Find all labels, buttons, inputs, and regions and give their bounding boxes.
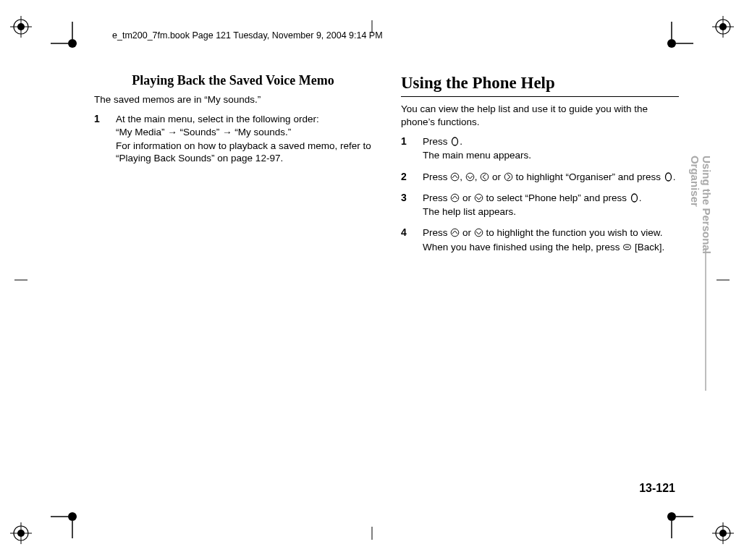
crop-mark-icon <box>51 22 94 65</box>
registration-mark-icon <box>712 16 734 38</box>
text: , <box>460 171 465 182</box>
crop-mark-icon <box>650 22 693 65</box>
registration-mark-icon <box>10 16 32 38</box>
step: 3 Press or to select “Phone help” and pr… <box>401 192 679 220</box>
left-intro: The saved memos are in “My sounds.” <box>94 93 372 106</box>
svg-point-27 <box>667 512 676 521</box>
step-text: At the main menu, select in the followin… <box>116 113 372 138</box>
svg-point-31 <box>481 173 489 181</box>
svg-point-18 <box>68 39 77 48</box>
right-key-icon <box>504 172 513 182</box>
page-number: 13-121 <box>639 482 675 495</box>
step-text: The help list appears. <box>423 205 679 218</box>
step-number: 1 <box>94 113 104 166</box>
step-text: The main menu appears. <box>423 149 679 161</box>
crop-mark-icon <box>51 495 94 538</box>
step-text: Press or to select “Phone help” and pres… <box>423 192 679 204</box>
step: 1 At the main menu, select in the follow… <box>94 113 372 166</box>
right-heading: Using the Phone Help <box>401 72 679 93</box>
up-key-icon <box>450 193 460 203</box>
side-tab-label: Using the Personal Organiser <box>690 156 713 257</box>
down-key-icon <box>474 193 483 203</box>
down-key-icon <box>474 228 483 237</box>
step: 4 Press or to highlight the function you… <box>401 226 679 255</box>
step-number: 1 <box>401 135 411 164</box>
svg-point-21 <box>667 39 676 48</box>
text: When you have finished using the help, p… <box>423 242 622 253</box>
step: 1 Press . The main menu appears. <box>401 135 679 164</box>
text: “My sounds.” <box>232 127 292 137</box>
center-key-icon <box>450 137 460 146</box>
svg-point-29 <box>451 173 459 181</box>
text: Press <box>423 192 450 203</box>
step-body: Press , , or to highlight “Organiser” an… <box>423 171 679 184</box>
svg-point-33 <box>665 173 671 181</box>
svg-point-36 <box>631 194 637 202</box>
text: Press <box>423 227 450 238</box>
right-steps: 1 Press . The main menu appears. 2 Press… <box>401 135 679 255</box>
step-body: At the main menu, select in the followin… <box>116 113 372 166</box>
text: [Back]. <box>632 242 664 253</box>
crop-tick-icon <box>372 527 373 540</box>
registration-mark-icon <box>10 522 32 544</box>
step: 2 Press , , or to highlight “Organiser” … <box>401 171 679 184</box>
text: or <box>489 171 504 182</box>
text: , <box>475 171 481 182</box>
text: “Sounds” <box>177 127 222 137</box>
svg-point-30 <box>466 173 474 181</box>
heading-rule <box>401 96 679 97</box>
text: Press <box>423 136 450 147</box>
text: or <box>460 192 474 203</box>
text: to highlight the function you wish to vi… <box>483 227 663 238</box>
text: “My Media” <box>116 127 167 137</box>
svg-point-24 <box>68 512 77 521</box>
svg-point-34 <box>451 194 459 202</box>
step-text: For information on how to playback a sav… <box>116 140 372 165</box>
text: . <box>460 136 462 147</box>
step-body: Press or to highlight the function you w… <box>423 226 679 255</box>
step-text: When you have finished using the help, p… <box>423 241 679 253</box>
svg-point-35 <box>475 194 483 202</box>
crop-mark-icon <box>650 495 693 538</box>
step-body: Press . The main menu appears. <box>423 135 679 164</box>
step-number: 2 <box>401 171 411 184</box>
right-intro: You can view the help list and use it to… <box>401 103 679 128</box>
text: to select “Phone help” and press <box>483 192 630 203</box>
crop-tick-icon <box>14 280 28 281</box>
up-key-icon <box>450 228 460 237</box>
left-heading: Playing Back the Saved Voice Memo <box>94 72 372 89</box>
text: Press <box>423 171 450 182</box>
text: or <box>460 227 474 238</box>
svg-point-28 <box>452 137 458 145</box>
right-column: Using the Phone Help You can view the he… <box>401 72 679 262</box>
step-text: Press , , or to highlight “Organiser” an… <box>423 171 679 183</box>
up-key-icon <box>450 172 460 182</box>
center-key-icon <box>664 172 673 182</box>
side-tab-rule <box>705 250 706 391</box>
svg-point-32 <box>504 173 512 181</box>
center-key-icon <box>630 193 639 203</box>
down-key-icon <box>465 172 475 182</box>
crop-tick-icon <box>716 280 730 281</box>
text: to highlight “Organiser” and press <box>513 171 664 182</box>
step-body: Press or to select “Phone help” and pres… <box>423 192 679 220</box>
step-number: 4 <box>401 226 411 255</box>
running-header: e_tm200_7fm.book Page 121 Tuesday, Novem… <box>112 30 383 41</box>
registration-mark-icon <box>712 522 734 544</box>
svg-point-38 <box>475 229 483 237</box>
text: At the main menu, select in the followin… <box>116 114 319 124</box>
step-text: Press . <box>423 135 679 148</box>
step-text: Press or to highlight the function you w… <box>423 226 679 239</box>
page-body: Playing Back the Saved Voice Memo The sa… <box>94 72 679 262</box>
softkey-icon <box>622 242 632 252</box>
step-number: 3 <box>401 192 411 220</box>
left-key-icon <box>480 172 489 182</box>
left-column: Playing Back the Saved Voice Memo The sa… <box>94 72 372 262</box>
left-steps: 1 At the main menu, select in the follow… <box>94 113 372 166</box>
svg-point-37 <box>451 229 459 237</box>
text: . <box>673 171 676 182</box>
text: . <box>639 192 642 203</box>
